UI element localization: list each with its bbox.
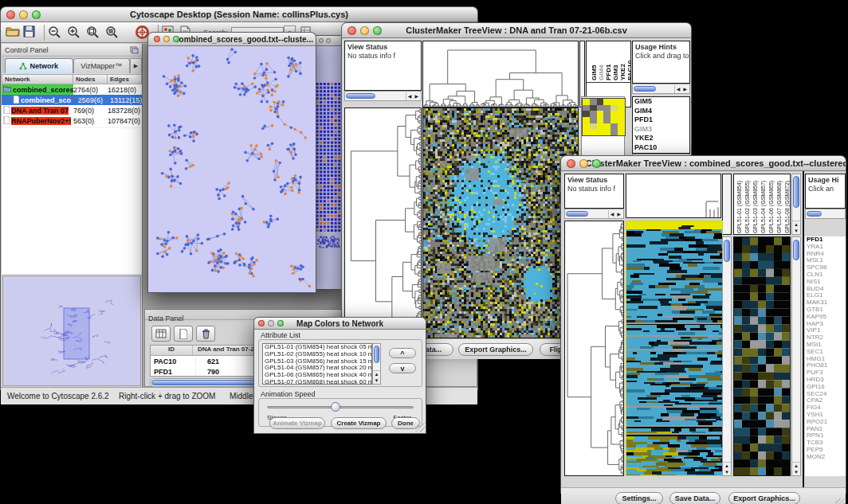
column-label[interactable]: GPL51-01 (GSM854) <box>736 178 742 233</box>
list-item[interactable]: GPL51-07 (GSM868) heat shock 60 min <box>263 379 371 385</box>
move-up-button[interactable]: ^ <box>389 348 416 358</box>
minimize-button[interactable] <box>268 320 274 326</box>
tab-vizmapper[interactable]: VizMapper™ <box>73 58 131 73</box>
heatmap-panel[interactable] <box>626 221 723 476</box>
matrix-cell[interactable] <box>590 129 597 135</box>
scroll-up-icon[interactable]: ▲ <box>373 371 380 377</box>
matrix-cell[interactable] <box>610 111 618 117</box>
heatmap-canvas[interactable] <box>423 108 578 338</box>
matrix-cell[interactable] <box>583 129 590 135</box>
list-item[interactable]: MON2 <box>805 454 846 461</box>
scroll-left-icon[interactable]: ◀ <box>406 92 414 100</box>
column-label[interactable]: GIM5 <box>591 44 598 80</box>
matrix-cell[interactable] <box>618 105 625 111</box>
view-status-scrollbar[interactable]: ◀▶ <box>564 209 624 219</box>
zoom-heatmap-panel[interactable] <box>733 236 791 476</box>
column-label[interactable]: GIM4 <box>598 44 605 80</box>
column-label[interactable]: GIM3 <box>612 44 619 80</box>
list-item[interactable]: PAC10 <box>633 143 689 153</box>
list-item[interactable]: GIM5 <box>633 97 689 107</box>
scroll-up-icon[interactable]: ▲ <box>792 221 800 228</box>
move-down-button[interactable]: v <box>389 363 416 373</box>
scroll-left-icon[interactable]: ◀ <box>675 85 682 93</box>
usage-hints-scrollbar[interactable]: ◀▶ <box>632 84 690 94</box>
tab-network[interactable]: Network <box>5 58 73 73</box>
scroll-down-icon[interactable]: ▼ <box>792 469 800 475</box>
matrix-cell[interactable] <box>597 111 604 117</box>
matrix-cell[interactable] <box>590 105 597 111</box>
matrix-cell[interactable] <box>583 123 590 130</box>
zoom-in-icon[interactable] <box>67 25 86 40</box>
table-row[interactable]: DNA and Tran 07 769(0) 183728(0) <box>2 105 142 115</box>
titlebar[interactable]: ClusterMaker TreeView : combined_scores_… <box>560 155 846 171</box>
new-document-icon-button[interactable] <box>174 326 193 342</box>
scroll-right-icon[interactable]: ▶ <box>615 210 622 218</box>
save-data-button[interactable]: Save Data... <box>669 492 720 504</box>
attribute-list-scrollbar[interactable]: ▲▼ <box>372 343 381 385</box>
minimize-button[interactable] <box>579 159 588 168</box>
resize-grip[interactable] <box>415 423 425 432</box>
matrix-cell[interactable] <box>590 111 597 117</box>
table-icon-button[interactable] <box>151 326 171 342</box>
trash-icon-button[interactable] <box>196 326 215 342</box>
list-item[interactable]: PFD1 <box>633 115 689 125</box>
network-overview[interactable] <box>2 275 141 386</box>
matrix-cell[interactable] <box>610 105 618 111</box>
matrix-cell[interactable] <box>618 117 625 123</box>
minimize-button[interactable] <box>319 38 324 43</box>
matrix-cell[interactable] <box>603 111 610 117</box>
list-item[interactable]: GIM4 <box>633 107 689 116</box>
zoom-button[interactable] <box>32 10 41 19</box>
list-item[interactable]: YKE2 <box>633 134 689 143</box>
scroll-down-icon[interactable]: ▼ <box>373 377 380 384</box>
close-button[interactable] <box>6 10 15 19</box>
column-label[interactable]: PFD1 <box>605 44 612 80</box>
zoom-button[interactable] <box>326 38 331 43</box>
column-label[interactable]: GPL51-08 (GSM872) <box>784 178 790 233</box>
titlebar[interactable]: ClusterMaker TreeView : DNA and Tran 07-… <box>341 22 692 38</box>
summary-heatmap-matrix[interactable] <box>582 98 626 136</box>
matrix-cell[interactable] <box>597 105 604 111</box>
minimize-button[interactable] <box>19 10 28 19</box>
heatmap-canvas[interactable] <box>626 221 722 475</box>
col-edges[interactable]: Edges <box>108 74 142 84</box>
table-row[interactable]: RNAPuberNov2+! 563(0) 107847(0) <box>2 115 142 126</box>
close-button[interactable] <box>258 320 265 326</box>
matrix-cell[interactable] <box>603 99 610 105</box>
column-label[interactable]: GPL51-07 (GSM868) <box>776 178 782 233</box>
titlebar[interactable]: Map Colors to Network <box>253 317 426 330</box>
matrix-cell[interactable] <box>610 117 618 123</box>
float-panel-icon[interactable] <box>130 43 139 57</box>
settings-button[interactable]: Settings... <box>615 492 663 504</box>
attribute-listbox[interactable]: GPL51-01 (GSM854) heat shock 05 minGPL51… <box>262 343 372 385</box>
zoom-fit-icon[interactable] <box>86 25 105 40</box>
list-item[interactable]: GIM3 <box>633 125 689 135</box>
matrix-cell[interactable] <box>618 129 625 135</box>
matrix-cell[interactable] <box>610 99 618 105</box>
matrix-cell[interactable] <box>603 105 610 111</box>
network-view-canvas[interactable] <box>148 46 316 291</box>
resize-grip[interactable] <box>835 498 845 504</box>
matrix-cell[interactable] <box>583 111 590 117</box>
close-button[interactable] <box>154 36 160 42</box>
column-label[interactable]: GPL51-04 (GSM857) <box>760 178 766 233</box>
zoom-out-icon[interactable] <box>48 25 67 40</box>
usage-hints-scrollbar[interactable] <box>805 209 846 219</box>
column-label[interactable]: GPL51-03 (GSM856) <box>752 178 758 233</box>
row-dendrogram-panel[interactable] <box>564 221 624 476</box>
close-button[interactable] <box>567 159 575 168</box>
speed-slider-thumb[interactable] <box>331 402 340 412</box>
open-folder-icon[interactable] <box>6 25 23 40</box>
save-icon[interactable] <box>23 25 41 40</box>
matrix-cell[interactable] <box>597 123 604 130</box>
minimize-button[interactable] <box>360 26 369 35</box>
matrix-cell[interactable] <box>603 123 610 130</box>
scroll-right-icon[interactable]: ▶ <box>413 92 420 100</box>
scroll-down-icon[interactable]: ▼ <box>792 228 800 234</box>
create-vizmap-button[interactable]: Create Vizmap <box>331 417 387 429</box>
data-col-id[interactable]: ID <box>151 346 193 355</box>
table-row-selected[interactable]: combined_sco 2569(6) 13112(15) <box>2 95 142 105</box>
column-label[interactable]: GPL51-02 (GSM855) <box>744 178 750 233</box>
export-graphics-button[interactable]: Export Graphics... <box>458 343 533 356</box>
scroll-up-icon[interactable]: ▲ <box>792 463 800 469</box>
